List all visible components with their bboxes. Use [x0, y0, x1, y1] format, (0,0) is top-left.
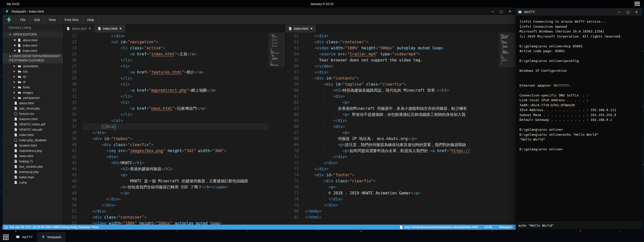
code-line-25[interactable]: <a href="index.html">主頁</a>	[83, 51, 268, 57]
code-line-23[interactable]: <ul id="navigation">	[83, 39, 268, 45]
sidebar-file-HKWTC-notice.pdf[interactable]: AHKWTC notice.pdf	[3, 122, 63, 127]
code-line-49[interactable]: </div>	[83, 196, 268, 202]
code-line-79[interactable]: </div>	[305, 202, 499, 208]
code-line-71[interactable]: </div>	[305, 154, 499, 160]
code-line-57[interactable]: </div>	[305, 69, 499, 75]
code-line-45[interactable]: <p>	[83, 172, 268, 178]
code-line-46[interactable]: HKWTC 是一個 Minecraft 的建築伺服器，主要建築計劃包括鐵路	[83, 178, 268, 184]
code-line-60[interactable]: <h1>特別為建築及鐵路而設，現代化的 Minecraft 世界.</h1>	[305, 87, 499, 93]
code-line-27[interactable]: <li>	[83, 63, 268, 69]
sidebar-file-features.html[interactable]: features.html	[3, 116, 63, 122]
code-line-72[interactable]: </div>	[305, 160, 499, 166]
code-line-53[interactable]: <video width="100%" height="500px" autop…	[83, 220, 268, 225]
code-line-69[interactable]: <p>請注意，我們的伺服器為確保玩家及遊玩時的質素，我們對的服器開啟	[305, 142, 499, 148]
hamburger-menu-icon[interactable]	[634, 2, 640, 6]
code-line-42[interactable]: <div>	[83, 154, 268, 160]
code-line-38[interactable]: </div>	[83, 130, 268, 136]
sidebar-folder-yamiyamimi[interactable]: ▶yamiyamimi	[3, 95, 63, 100]
code-line-56[interactable]: </video>	[305, 63, 499, 69]
open-editor-item[interactable]: ✕index.html	[3, 48, 63, 53]
sidebar-folder-autostation[interactable]: ▶autostation	[3, 63, 63, 69]
wstty-titlebar[interactable]: WsTTY ─ ▢ ✕	[516, 8, 642, 16]
taskbar-item-wstty[interactable]: WsTTY	[12, 232, 37, 242]
open-editor-item[interactable]: ✕index.html	[3, 43, 63, 48]
code-line-44[interactable]: <h2>香港的建築伺服器</h2>	[83, 166, 268, 172]
open-editor-item[interactable]: ✕about.html	[3, 38, 63, 43]
taskbar-item-notepada[interactable]: NotepadA	[37, 232, 66, 242]
code-line-36[interactable]: </ul>	[83, 118, 268, 124]
close-icon[interactable]: ✕	[633, 9, 640, 15]
minimap-viewport[interactable]	[268, 32, 285, 67]
code-line-43[interactable]: <h1>HKWTC</h1>	[83, 160, 268, 166]
code-line-70[interactable]: <p>如有問題或需要申請白名單，歡迎加入我們的 <a href="https:/…	[305, 148, 499, 154]
code-line-52[interactable]: <div class="container">	[305, 39, 499, 45]
terminal-input[interactable]: echo "Hello World"	[516, 222, 642, 229]
code-line-76[interactable]: <p>	[305, 184, 499, 190]
code-line-51[interactable]: </div>	[305, 33, 499, 39]
open-editors-section-header[interactable]: ▼ OPEN EDITORS	[3, 31, 63, 38]
minimap-viewport[interactable]	[499, 32, 516, 67]
code-line-51[interactable]: </div>	[83, 208, 268, 214]
root-folder-header[interactable]: ▼ USER:/DESKTOP/SCREENSHOT /TEST/WWW CLE…	[3, 53, 63, 63]
statusbar-language[interactable]: HTML	[484, 225, 493, 229]
sidebar-folder-fonts[interactable]: ▶fonts	[3, 85, 63, 90]
close-editor-icon[interactable]: ✕	[14, 39, 16, 42]
code-line-80[interactable]: </body>	[305, 208, 499, 214]
code-line-55[interactable]: Your browser does not support the video …	[305, 57, 499, 63]
menu-font-size[interactable]: Font Size	[60, 15, 83, 24]
sidebar-folder-images[interactable]: ▶images	[3, 90, 63, 95]
code-line-77[interactable]: © 2018 - 2019 HKWTC Animation Gamer</p>	[305, 190, 499, 196]
maximize-icon[interactable]: ▢	[498, 9, 505, 14]
code-line-78[interactable]: </div>	[305, 196, 499, 202]
close-icon[interactable]: ✕	[506, 9, 514, 14]
code-line-66[interactable]: <div>	[305, 124, 499, 130]
sidebar-file-index.html[interactable]: index.html	[3, 132, 63, 137]
close-editor-icon[interactable]: ✕	[14, 44, 16, 47]
code-line-41[interactable]: <img src="images/box.png" height="342" w…	[83, 148, 268, 154]
menu-view[interactable]: View	[44, 15, 60, 24]
code-line-68[interactable]: 伺服器 IP 地址為： mcs.hkwtc.org</p>	[305, 136, 499, 142]
code-line-22[interactable]: </div>	[83, 33, 268, 39]
app-launcher-icon[interactable]	[0, 232, 12, 242]
code-line-39[interactable]: <div id="topbox">	[83, 136, 268, 142]
code-line-28[interactable]: <a href="features.html">簡介</a>	[83, 69, 268, 75]
code-line-30[interactable]: <li>	[83, 81, 268, 87]
code-line-29[interactable]: </li>	[83, 75, 268, 81]
close-tab-icon[interactable]: ✕	[310, 27, 313, 30]
system-menu-label[interactable]: My ArOZ	[7, 2, 20, 6]
code-line-75[interactable]: <div class="clearfix">	[305, 178, 499, 184]
close-tab-icon[interactable]: ✕	[88, 27, 91, 30]
tab-about.html[interactable]: about.html✕	[63, 25, 94, 32]
close-tab-icon[interactable]: ✕	[119, 27, 122, 30]
minimize-icon[interactable]: ─	[616, 9, 623, 15]
code-line-63[interactable]: 在香港的Minecraft 伺服器中，多為小遊戲和純生存的伺服器，較少擁有	[305, 106, 499, 112]
sidebar-file-add-vhost.php[interactable]: add_vhost.php	[3, 106, 63, 111]
minimize-icon[interactable]: ─	[489, 9, 497, 14]
tab-index.html[interactable]: index.html✕	[285, 25, 316, 32]
code-line-48[interactable]: </p>	[83, 190, 268, 196]
minimap-left[interactable]	[268, 32, 285, 225]
code-line-24[interactable]: <li class="active">	[83, 45, 268, 51]
code-line-52[interactable]: <div class="container">	[83, 214, 268, 220]
code-line-73[interactable]: </div>	[305, 166, 499, 172]
sidebar-file-testmysql.php[interactable]: testmysql.php	[3, 169, 63, 175]
code-line-50[interactable]: </div>	[83, 202, 268, 208]
code-line-81[interactable]: </html>	[305, 214, 499, 220]
sidebar-file-about.html[interactable]: about.html	[3, 100, 63, 106]
code-editor-left[interactable]: </div> <ul id="navigation"> <li class="a…	[83, 32, 268, 225]
code-line-40[interactable]: <div class="clearfix">	[83, 142, 268, 148]
menu-edit[interactable]: Edit	[30, 15, 44, 24]
code-line-61[interactable]: <div>	[305, 93, 499, 99]
code-line-65[interactable]: </div>	[305, 118, 499, 124]
code-line-58[interactable]: <div id="contents">	[305, 75, 499, 81]
code-line-74[interactable]: <div id="footer">	[305, 172, 499, 178]
close-editor-icon[interactable]: ✕	[14, 49, 16, 52]
sidebar-folder-dc[interactable]: ▶dc	[3, 74, 63, 79]
code-line-34[interactable]: <a href="news.html">玩家傳送門</a>	[83, 106, 268, 112]
menu-help[interactable]: Help	[83, 15, 99, 24]
code-line-33[interactable]: <li>	[83, 99, 268, 106]
code-editor-right[interactable]: </div> <div class="container"> <video wi…	[305, 32, 499, 225]
sidebar-file-trailer.mp4[interactable]: trailer.mp4	[3, 175, 63, 180]
code-line-31[interactable]: <a href="mapredirect.php">網上地圖</a>	[83, 87, 268, 93]
sidebar-folder-dl[interactable]: ▶dl	[3, 79, 63, 85]
